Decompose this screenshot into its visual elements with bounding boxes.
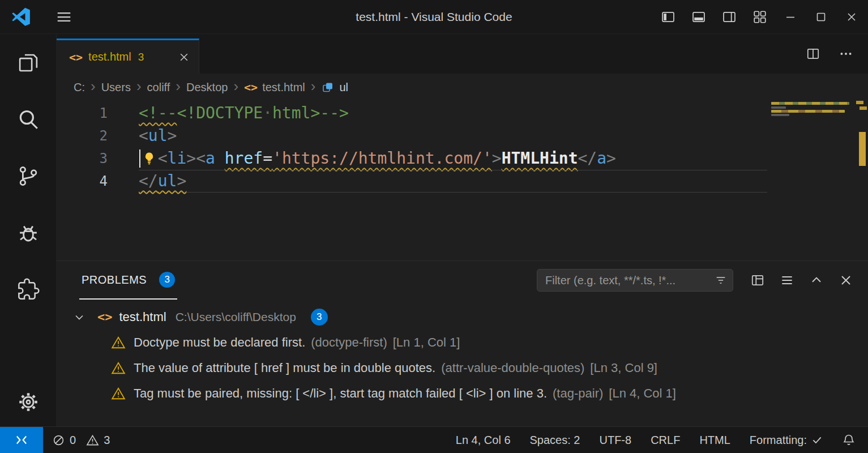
editor-workbench: <> test.html 3 C: › Users › coliff › Des… [57,34,868,426]
minimap-line-mark [771,106,786,109]
source-control-icon[interactable] [15,163,42,190]
eol-setting[interactable]: CRLF [651,434,680,447]
code-token: a [206,149,215,168]
html-file-icon: <> [69,50,83,64]
breadcrumb: C: › Users › coliff › Desktop › <> test.… [57,74,868,101]
settings-gear-icon[interactable] [0,390,57,414]
breadcrumb-symbol[interactable]: ul [339,81,348,94]
problems-title: PROBLEMS [82,273,147,287]
problem-item[interactable]: Tag must be paired, missing: [ </li> ], … [57,381,868,406]
customize-layout-icon[interactable] [752,10,767,24]
chevron-right-icon: › [233,80,238,94]
warning-icon [111,335,126,350]
filter-input[interactable] [545,274,715,287]
minimize-button[interactable] [783,10,798,24]
remote-indicator[interactable] [0,427,43,453]
minimap-line-mark [771,102,849,105]
code-token: > [168,126,177,145]
code-token: > [177,172,186,190]
warning-count: 3 [104,434,110,447]
code-token: </ [578,149,597,168]
toggle-panel-icon[interactable] [691,10,706,24]
line-content[interactable]: <ul> [139,125,767,147]
toggle-primary-sidebar-icon[interactable] [661,10,675,24]
problem-rule: (tag-pair) [553,386,603,401]
line-content[interactable]: </ul> [139,170,767,193]
code-editor[interactable]: 1<!--<!DOCTYPE·html>-->2<ul>3 <li><a hre… [57,101,868,260]
ruler-warning-mark [859,132,866,166]
chevron-right-icon: › [176,80,181,94]
breadcrumb-desktop[interactable]: Desktop [186,81,228,94]
problems-file-row[interactable]: <>test.htmlC:\Users\coliff\Desktop3 [57,304,868,330]
code-token: ul [158,172,177,190]
indentation-setting[interactable]: Spaces: 2 [530,434,580,447]
code-token: href [225,149,263,168]
encoding-setting[interactable]: UTF-8 [599,434,631,447]
code-line-2[interactable]: 2<ul> [57,125,868,147]
collapse-all-icon[interactable] [780,273,794,288]
status-bar: 0 3 Ln 4, Col 6 Spaces: 2 UTF-8 CRLF HTM… [0,426,868,453]
vscode-logo [11,7,31,27]
breadcrumb-users[interactable]: Users [101,81,131,94]
minimap[interactable] [770,102,852,259]
breadcrumb-user[interactable]: coliff [147,81,170,94]
line-content[interactable]: <!--<!DOCTYPE·html>--> [139,102,767,125]
formatting-status[interactable]: Formatting: [750,434,823,447]
close-button[interactable] [844,10,859,24]
code-lines: 1<!--<!DOCTYPE·html>-->2<ul>3 <li><a hre… [57,102,868,193]
view-as-table-icon[interactable] [750,273,765,288]
lightbulb-icon[interactable] [142,151,156,165]
panel-header: PROBLEMS 3 [57,261,868,300]
titlebar-actions [661,10,859,24]
panel-actions [537,269,853,292]
problem-location: [Ln 3, Col 9] [590,361,657,375]
code-token: = [263,149,272,168]
problem-item[interactable]: The value of attribute [ href ] must be … [57,355,868,381]
chevron-down-icon[interactable] [72,310,86,324]
status-right: Ln 4, Col 6 Spaces: 2 UTF-8 CRLF HTML Fo… [456,433,856,447]
code-token [215,149,225,168]
chevron-right-icon: › [311,80,316,94]
problems-panel: PROBLEMS 3 [57,260,868,426]
minimap-line-mark [771,110,845,113]
warning-icon [111,386,126,401]
menu-icon[interactable] [54,8,74,25]
code-token: ul [148,126,168,145]
split-editor-icon[interactable] [806,46,820,61]
explorer-icon[interactable] [15,49,42,76]
overview-ruler [856,101,868,260]
cursor-position[interactable]: Ln 4, Col 6 [456,434,511,447]
notifications-bell-icon[interactable] [842,433,856,447]
code-token: <!DOCTYPE [177,104,263,122]
toggle-secondary-sidebar-icon[interactable] [722,10,737,24]
status-problems[interactable]: 0 3 [52,434,116,447]
tab-test-html[interactable]: <> test.html 3 [57,39,199,74]
editor-actions [806,34,853,74]
warnings-icon [86,434,99,447]
tab-problems[interactable]: PROBLEMS 3 [79,261,177,300]
close-panel-icon[interactable] [839,273,853,288]
line-content[interactable]: <li><a href='https://htmlhint.com/'>HTML… [139,147,767,170]
problems-filter[interactable] [537,269,733,292]
maximize-panel-icon[interactable] [809,273,824,288]
minimap-line-mark [771,114,789,116]
code-line-1[interactable]: 1<!--<!DOCTYPE·html>--> [57,102,868,125]
maximize-button[interactable] [814,10,828,24]
extensions-icon[interactable] [15,276,42,303]
code-line-4[interactable]: 4</ul> [57,170,868,193]
problem-rule: (doctype-first) [311,335,387,350]
more-actions-icon[interactable] [839,46,853,61]
problem-item[interactable]: Doctype must be declared first.(doctype-… [57,330,868,355]
problems-badge: 3 [159,272,175,288]
code-token: 'https://htmlhint.com/' [272,149,492,168]
code-token: > [492,149,502,168]
breadcrumb-file[interactable]: test.html [262,81,305,94]
close-tab-icon[interactable] [178,52,190,63]
code-line-3[interactable]: 3 <li><a href='https://htmlhint.com/'>HT… [57,147,868,170]
formatting-label: Formatting: [750,434,807,447]
run-debug-icon[interactable] [15,219,42,246]
breadcrumb-drive[interactable]: C: [74,81,85,94]
language-mode[interactable]: HTML [699,434,730,447]
symbol-element-icon [321,80,335,94]
search-icon[interactable] [15,106,42,133]
